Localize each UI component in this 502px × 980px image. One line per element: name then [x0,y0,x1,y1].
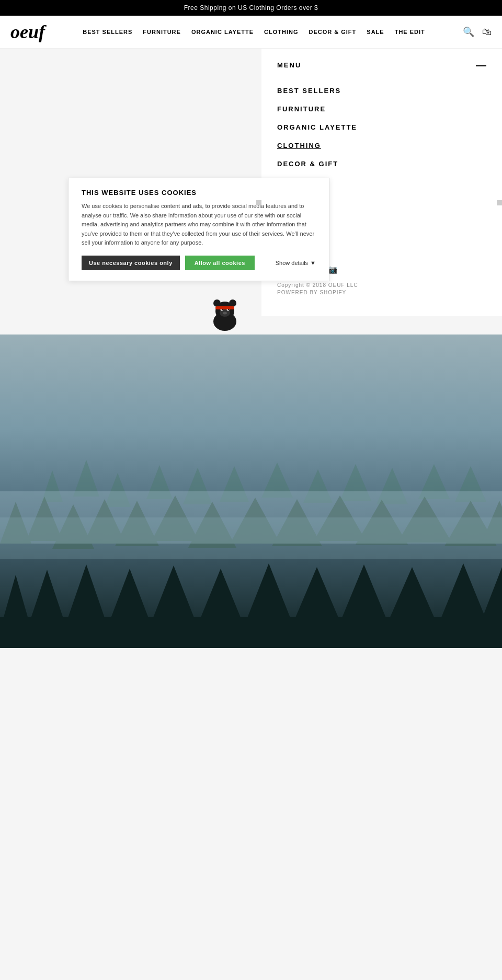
svg-point-10 [223,312,227,315]
overlay-nav-best-sellers[interactable]: BEST SELLERS [277,82,486,100]
main-nav: BEST SELLERS FURNITURE ORGANIC LAYETTE C… [83,29,425,35]
forest-area [0,335,502,648]
nav-the-edit[interactable]: THE EDIT [395,29,425,35]
nav-best-sellers[interactable]: BEST SELLERS [83,29,132,35]
copyright-text: Copyright © 2018 OEUF LLC POWERED BY SHO… [277,282,486,295]
nav-sale[interactable]: SALE [367,29,384,35]
show-details-button[interactable]: Show details ▼ [276,260,316,266]
cookie-title: THIS WEBSITE USES COOKIES [82,189,316,197]
resize-handle-left [256,200,261,205]
header-icons: 🔍 🛍 [463,26,492,38]
search-icon: 🔍 [463,27,474,37]
svg-rect-9 [215,306,234,309]
nav-organic-layette[interactable]: ORGANIC LAYETTE [191,29,254,35]
bear-character [204,293,246,335]
forest-svg [0,335,502,648]
svg-rect-39 [0,517,502,559]
search-button[interactable]: 🔍 [463,26,474,38]
overlay-nav-decor-gift[interactable]: DECOR & GIFT [277,155,486,173]
top-banner: Free Shipping on US Clothing Orders over… [0,0,502,16]
logo[interactable]: oeuf [10,21,45,43]
overlay-nav-organic-layette[interactable]: ORGANIC LAYETTE [277,118,486,136]
nav-clothing[interactable]: CLOTHING [264,29,298,35]
allow-all-cookies-button[interactable]: Allow all cookies [185,256,255,270]
overlay-nav-furniture[interactable]: FURNITURE [277,100,486,118]
header: oeuf BEST SELLERS FURNITURE ORGANIC LAYE… [0,16,502,49]
chevron-down-icon: ▼ [310,260,316,266]
cookie-text: We use cookies to personalise content an… [82,202,316,248]
menu-close-button[interactable]: — [476,59,486,71]
resize-handle-right [497,200,502,205]
menu-title: MENU [277,61,301,69]
cart-button[interactable]: 🛍 [482,27,492,38]
nav-decor-gift[interactable]: DECOR & GIFT [309,29,356,35]
cookie-buttons: Use necessary cookies only Allow all coo… [82,256,316,270]
use-necessary-cookies-button[interactable]: Use necessary cookies only [82,256,180,270]
bottom-empty-area [0,653,502,980]
svg-rect-52 [0,617,502,648]
cart-icon: 🛍 [482,27,492,37]
cookie-banner: THIS WEBSITE USES COOKIES We use cookies… [68,178,329,281]
nav-furniture[interactable]: FURNITURE [143,29,181,35]
svg-point-3 [229,299,236,307]
banner-text: Free Shipping on US Clothing Orders over… [184,4,318,11]
svg-point-2 [213,299,221,307]
overlay-nav-clothing[interactable]: CLOTHING [277,136,486,155]
overlay-menu-header: MENU — [277,59,486,71]
